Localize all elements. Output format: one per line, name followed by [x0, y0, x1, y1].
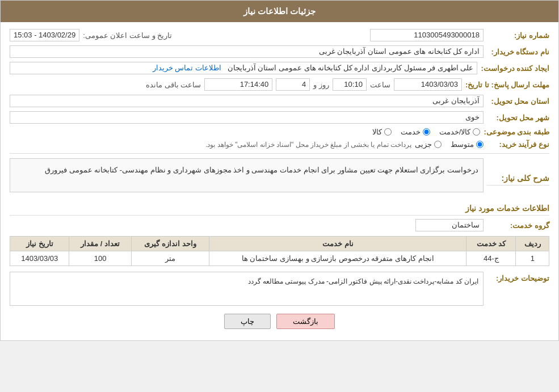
buyer-org-label: نام دستگاه خریدار: [487, 48, 549, 56]
need-number-label: شماره نیاز: [487, 31, 549, 40]
need-number-value: 1103005493000018 [370, 29, 484, 41]
print-button[interactable]: چاپ [224, 314, 271, 329]
page-wrapper: جزئیات اطلاعات نیاز شماره نیاز: 11030054… [0, 0, 559, 341]
category-row: طبقه بندی موضوعی: کالا/خدمت خدمت کالا [10, 128, 549, 136]
cell-code: ج-44 [466, 251, 516, 266]
send-days-value: 4 [276, 78, 310, 91]
service-group-row: گروه خدمت: ساختمان [10, 219, 549, 231]
category-radio-kala[interactable] [384, 128, 392, 136]
process-radio-motavaset[interactable] [476, 141, 484, 148]
col-service-code: کد خدمت [466, 237, 516, 251]
category-radio-kala-khadamat[interactable] [473, 128, 480, 136]
creator-text: علی اطهری فر مسئول کاربردازی اداره کل کت… [228, 64, 474, 72]
creator-link[interactable]: اطلاعات تماس خریدار [153, 64, 221, 72]
desc-section-label: شرح کلی نیاز: [487, 174, 549, 186]
buyer-desc-value: ایران کد مشابه-پرداخت نقدی-ارائه پیش فاک… [10, 272, 484, 306]
page-title: جزئیات اطلاعات نیاز [243, 6, 316, 16]
announce-date-label: تاریخ و ساعت اعلان عمومی: [83, 31, 172, 40]
col-service-name: نام خدمت [209, 237, 466, 251]
category-option-kala[interactable]: کالا [372, 128, 392, 136]
desc-section-row: شرح کلی نیاز: درخواست برگزاری استعلام جه… [10, 158, 549, 198]
desc-section-value: درخواست برگزاری استعلام جهت تعیین مشاور … [10, 158, 484, 192]
creator-value: علی اطهری فر مسئول کاربردازی اداره کل کت… [10, 62, 477, 74]
process-row: نوع فرآیند خرید: متوسط جزیی پرداخت تمام … [10, 140, 549, 149]
category-label-khadamat: خدمت [401, 128, 421, 136]
send-remaining-value: 17:14:40 [204, 78, 272, 91]
category-label: طبقه بندی موضوعی: [484, 128, 549, 136]
buyer-org-row: نام دستگاه خریدار: اداره کل کتابخانه های… [10, 45, 549, 58]
cell-date: 1403/03/03 [10, 251, 69, 266]
col-row-num: ردیف [516, 237, 549, 251]
send-date-label: مهلت ارسال پاسخ: تا تاریخ: [465, 81, 549, 89]
process-note: پرداخت تمام یا بخشی از مبلغ خریداز محل "… [205, 141, 411, 149]
category-option-kala-khadamat[interactable]: کالا/خدمت [439, 128, 481, 136]
process-option-motavaset[interactable]: متوسط [451, 140, 484, 149]
province-value: آذربایجان غربی [10, 95, 484, 107]
content-area: شماره نیاز: 1103005493000018 تاریخ و ساع… [1, 22, 558, 340]
creator-row: ایجاد کننده درخواست: علی اطهری فر مسئول … [10, 62, 549, 74]
process-radio-group: متوسط جزیی [415, 140, 484, 149]
province-row: استان محل تحویل: آذربایجان غربی [10, 95, 549, 107]
table-header-row: ردیف کد خدمت نام خدمت واحد اندازه گیری ت… [10, 237, 549, 251]
category-radio-khadamat[interactable] [423, 128, 430, 136]
buyer-desc-text: ایران کد مشابه-پرداخت نقدی-ارائه پیش فاک… [248, 277, 478, 285]
send-date-row: مهلت ارسال پاسخ: تا تاریخ: 1403/03/03 سا… [10, 78, 549, 91]
need-number-row: شماره نیاز: 1103005493000018 تاریخ و ساع… [10, 29, 549, 41]
page-header: جزئیات اطلاعات نیاز [1, 1, 558, 22]
divider-1 [10, 153, 549, 154]
table-row: 1ج-44انجام کارهای متفرقه درخصوص بازسازی … [10, 251, 549, 266]
city-row: شهر محل تحویل: خوی [10, 111, 549, 124]
category-radio-group: کالا/خدمت خدمت کالا [372, 128, 481, 136]
send-time-label: ساعت [370, 81, 390, 89]
col-date: تاریخ نیاز [10, 237, 69, 251]
process-label-motavaset: متوسط [451, 140, 474, 149]
col-unit: واحد اندازه گیری [131, 237, 209, 251]
province-label: استان محل تحویل: [487, 97, 549, 106]
col-qty: تعداد / مقدار [69, 237, 131, 251]
category-label-kala: کالا [372, 128, 382, 136]
process-radio-jozii[interactable] [434, 141, 442, 148]
cell-name: انجام کارهای متفرقه درخصوص بازسازی و بهس… [209, 251, 466, 266]
process-label-jozii: جزیی [415, 140, 432, 149]
services-section-title: اطلاعات خدمات مورد نیاز [10, 204, 549, 216]
process-label: نوع فرآیند خرید: [487, 140, 549, 149]
category-option-khadamat[interactable]: خدمت [401, 128, 430, 136]
cell-row: 1 [516, 251, 549, 266]
buttons-row: بازگشت چاپ [10, 314, 549, 329]
process-option-jozii[interactable]: جزیی [415, 140, 442, 149]
announce-date-value: 1403/02/29 - 15:03 [10, 29, 79, 41]
cell-unit: متر [131, 251, 209, 266]
send-remaining-label: ساعت باقی مانده [146, 81, 201, 89]
services-table: ردیف کد خدمت نام خدمت واحد اندازه گیری ت… [10, 236, 549, 266]
category-label-kala-khadamat: کالا/خدمت [439, 128, 471, 136]
send-date-value: 1403/03/03 [394, 78, 462, 91]
city-label: شهر محل تحویل: [487, 113, 549, 122]
city-value: خوی [10, 111, 484, 124]
service-group-value: ساختمان [415, 219, 484, 231]
send-days-label: روز و [313, 81, 329, 89]
buyer-org-value: اداره کل کتابخانه های عمومی استان آذربای… [10, 45, 484, 58]
send-time-value: 10:10 [333, 78, 367, 91]
service-group-label: گروه خدمت: [487, 221, 549, 230]
buyer-desc-label: توضیحات خریدار: [487, 272, 549, 283]
cell-qty: 100 [69, 251, 131, 266]
creator-label: ایجاد کننده درخواست: [481, 64, 549, 73]
buyer-desc-row: توضیحات خریدار: ایران کد مشابه-پرداخت نق… [10, 272, 549, 306]
back-button[interactable]: بازگشت [276, 314, 335, 329]
